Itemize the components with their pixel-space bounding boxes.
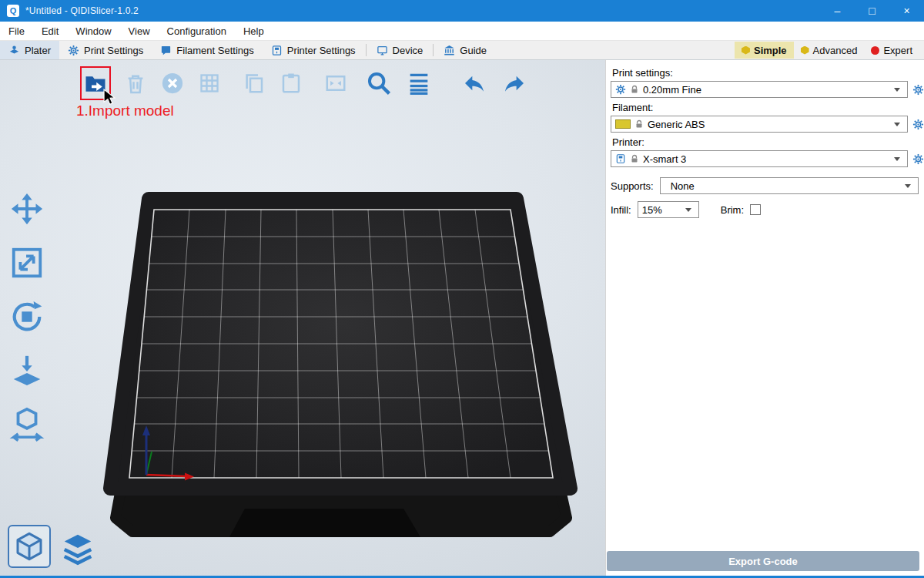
tab-label: Print Settings: [84, 45, 143, 56]
supports-value: None: [671, 180, 695, 192]
mode-advanced[interactable]: Advanced: [794, 42, 865, 59]
search-icon: [366, 70, 392, 96]
menu-bar: File Edit Window View Configuration Help: [0, 22, 924, 40]
redo-button[interactable]: [500, 68, 528, 99]
chevron-down-icon: [894, 123, 900, 126]
minimize-button[interactable]: –: [820, 0, 855, 22]
maximize-button[interactable]: □: [855, 0, 889, 22]
view-switcher: [8, 525, 95, 568]
move-tool-icon[interactable]: [9, 191, 45, 227]
menu-view[interactable]: View: [120, 22, 159, 40]
filament-icon: [160, 45, 172, 56]
mode-selector: Simple Advanced Expert: [735, 41, 924, 59]
undo-icon: [462, 71, 487, 96]
chevron-down-icon: [894, 157, 900, 161]
undo-button[interactable]: [460, 68, 488, 99]
qidislicer-window: Q *Untitled - QIDISlicer-1.0.2 – □ × Fil…: [0, 0, 924, 578]
variable-layer-height-button[interactable]: [405, 68, 433, 99]
title-bar[interactable]: Q *Untitled - QIDISlicer-1.0.2 – □ ×: [0, 0, 924, 22]
device-icon: [377, 45, 388, 56]
print-settings-value: 0.20mm Fine: [643, 84, 701, 96]
menu-configuration[interactable]: Configuration: [159, 22, 235, 40]
gear-icon: [615, 84, 626, 95]
tab-separator: [366, 44, 367, 56]
infill-combo[interactable]: 15%: [638, 201, 699, 218]
mode-label: Expert: [883, 45, 912, 56]
printer-icon: [271, 45, 283, 56]
chevron-down-icon: [894, 88, 900, 92]
brim-checkbox[interactable]: [750, 204, 761, 215]
export-gcode-button[interactable]: Export G-code: [607, 551, 919, 571]
scale-tool-icon[interactable]: [9, 245, 45, 281]
redo-icon: [502, 71, 527, 96]
arrange-grid-icon: [199, 72, 220, 94]
split-objects-button[interactable]: [322, 68, 350, 99]
viewport-3d[interactable]: 1.Import model: [0, 60, 605, 576]
menu-window[interactable]: Window: [67, 22, 119, 40]
rotate-tool-icon[interactable]: [9, 299, 45, 334]
tab-label: Device: [393, 45, 424, 56]
layer-lines-icon: [406, 70, 432, 96]
printer-gear-button[interactable]: [912, 153, 924, 165]
tab-print-settings[interactable]: Print Settings: [59, 41, 152, 59]
3d-editor-view-button[interactable]: [8, 525, 51, 568]
paste-button[interactable]: [277, 68, 305, 99]
app-icon-letter: Q: [10, 6, 17, 15]
guide-icon: [444, 45, 455, 56]
print-bed-3d[interactable]: [0, 60, 605, 576]
place-on-face-tool-icon[interactable]: [9, 353, 45, 388]
mode-simple[interactable]: Simple: [735, 42, 794, 59]
expert-mode-icon: [871, 46, 879, 55]
infill-value: 15%: [642, 204, 662, 216]
tab-separator: [433, 44, 434, 56]
tab-label: Plater: [25, 45, 51, 56]
search-button[interactable]: [365, 68, 393, 99]
import-model-annotation: 1.Import model: [76, 102, 174, 119]
tab-label: Printer Settings: [287, 45, 356, 56]
paste-icon: [280, 72, 303, 95]
chevron-down-icon: [905, 184, 911, 188]
filament-label: Filament:: [612, 102, 924, 113]
tab-printer-settings[interactable]: Printer Settings: [263, 41, 364, 59]
print-settings-combo[interactable]: 0.20mm Fine: [611, 81, 908, 98]
mode-expert[interactable]: Expert: [864, 42, 919, 59]
close-button[interactable]: ×: [889, 0, 924, 22]
delete-button[interactable]: [122, 68, 149, 99]
settings-panel: Print settings: 0.20mm Fine Filament: Ge…: [605, 60, 924, 576]
filament-value: Generic ABS: [648, 119, 705, 130]
menu-help[interactable]: Help: [235, 22, 273, 40]
simple-mode-icon: [742, 46, 750, 55]
print-settings-label: Print settings:: [612, 67, 924, 79]
tab-plater[interactable]: Plater: [0, 41, 59, 59]
lock-icon: [634, 119, 644, 129]
gizmo-toolbar: [9, 191, 45, 442]
arrange-button[interactable]: [196, 68, 223, 99]
copy-button[interactable]: [240, 68, 268, 99]
app-icon: Q: [7, 5, 19, 17]
circle-x-icon: [161, 72, 184, 95]
tab-guide[interactable]: Guide: [435, 41, 495, 59]
import-model-button[interactable]: [80, 66, 111, 100]
menu-edit[interactable]: Edit: [33, 22, 67, 40]
lock-icon: [630, 154, 639, 163]
printer-icon: [615, 153, 626, 164]
tab-bar: Plater Print Settings Filament Settings …: [0, 40, 924, 60]
filament-color-swatch: [615, 119, 631, 129]
delete-all-button[interactable]: [159, 68, 186, 99]
plater-icon: [8, 45, 20, 56]
tab-device[interactable]: Device: [368, 41, 432, 59]
advanced-mode-icon: [801, 46, 809, 55]
preview-sliced-view-button[interactable]: [60, 531, 95, 568]
supports-combo[interactable]: None: [660, 177, 919, 194]
filament-gear-button[interactable]: [912, 119, 924, 130]
supports-label: Supports:: [611, 180, 654, 192]
print-settings-gear-button[interactable]: [912, 84, 924, 96]
printer-combo[interactable]: X-smart 3: [611, 150, 908, 167]
filament-combo[interactable]: Generic ABS: [611, 116, 908, 133]
viewport-toolbar: [80, 66, 528, 100]
menu-file[interactable]: File: [0, 22, 33, 40]
copy-icon: [243, 72, 266, 95]
tab-filament-settings[interactable]: Filament Settings: [152, 41, 262, 59]
measure-tool-icon[interactable]: [9, 407, 45, 442]
lock-icon: [630, 85, 639, 94]
